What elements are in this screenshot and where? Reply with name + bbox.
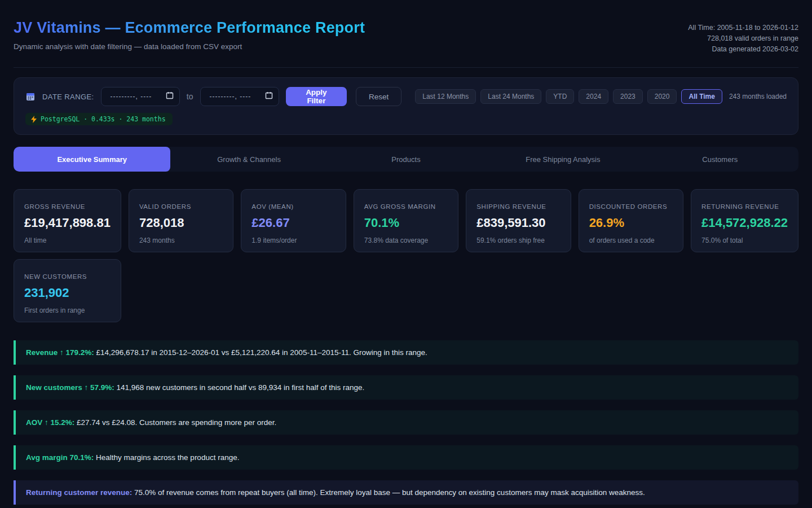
kpi-sub: 243 months <box>139 237 223 244</box>
insight-body: 141,968 new customers in second half vs … <box>114 383 365 392</box>
kpi-value: 728,018 <box>139 216 223 230</box>
meta-orders: 728,018 valid orders in range <box>688 33 798 44</box>
insight-revenue-growth: Revenue ↑ 179.2%: £14,296,678.17 in 2015… <box>14 340 798 365</box>
insight-text: AOV ↑ 15.2%: £27.74 vs £24.08. Customers… <box>26 418 276 427</box>
to-label: to <box>187 92 193 101</box>
insight-text: Avg margin 70.1%: Healthy margins across… <box>26 453 239 462</box>
reset-button[interactable]: Reset <box>356 87 401 106</box>
kpi-card-avg-gross-margin: AVG GROSS MARGIN 70.1% 73.8% data covera… <box>354 189 458 252</box>
kpi-label: AOV (MEAN) <box>251 203 335 210</box>
kpi-sub: 59.1% orders ship free <box>476 237 560 244</box>
insight-lead: AOV ↑ 15.2%: <box>26 418 74 427</box>
kpi-grid: GROSS REVENUE £19,417,898.81 All time VA… <box>14 189 798 322</box>
kpi-sub: 1.9 items/order <box>251 237 335 244</box>
filter-row: DATE RANGE: ---------, ---- to ---------… <box>25 87 787 106</box>
meta-range: All Time: 2005-11-18 to 2026-01-12 <box>688 23 798 33</box>
chip-last-24-months[interactable]: Last 24 Months <box>480 89 541 104</box>
tab-bar: Executive Summary Growth & Channels Prod… <box>14 147 798 172</box>
kpi-label: SHIPPING REVENUE <box>476 203 560 210</box>
insight-body: 75.0% of revenue comes from repeat buyer… <box>132 488 645 497</box>
insight-body: £14,296,678.17 in 2015-12–2026-01 vs £5,… <box>94 348 427 357</box>
insight-lead: New customers ↑ 57.9%: <box>26 383 114 392</box>
kpi-value: £26.67 <box>251 216 335 230</box>
report-header: JV Vitamins — Ecommerce Performance Repo… <box>14 0 798 68</box>
apply-filter-button[interactable]: Apply Filter <box>286 87 347 106</box>
page-title: JV Vitamins — Ecommerce Performance Repo… <box>14 19 365 37</box>
tab-products[interactable]: Products <box>328 147 484 172</box>
calendar-icon <box>25 91 36 102</box>
start-date-placeholder: ---------, ---- <box>111 93 152 100</box>
date-picker-icon[interactable] <box>166 91 174 102</box>
insight-body: £27.74 vs £24.08. Customers are spending… <box>74 418 276 427</box>
kpi-value: 231,902 <box>24 286 111 300</box>
chip-2024[interactable]: 2024 <box>579 89 608 104</box>
end-date-placeholder: ---------, ---- <box>210 93 251 100</box>
kpi-value: 70.1% <box>364 216 448 230</box>
kpi-sub: of orders used a code <box>589 237 673 244</box>
kpi-card-valid-orders: VALID ORDERS 728,018 243 months <box>129 189 233 252</box>
chip-2020[interactable]: 2020 <box>647 89 677 104</box>
end-date-input[interactable]: ---------, ---- <box>200 87 279 106</box>
kpi-sub: 75.0% of total <box>701 237 788 244</box>
header-titles: JV Vitamins — Ecommerce Performance Repo… <box>14 19 365 51</box>
kpi-card-aov-mean: AOV (MEAN) £26.67 1.9 items/order <box>241 189 346 252</box>
insight-lead: Returning customer revenue: <box>26 488 132 497</box>
kpi-value: £19,417,898.81 <box>24 216 111 230</box>
kpi-label: RETURNING REVENUE <box>701 203 788 210</box>
insight-lead: Avg margin 70.1%: <box>26 453 94 462</box>
insight-new-customers: New customers ↑ 57.9%: 141,968 new custo… <box>14 375 798 400</box>
date-picker-icon[interactable] <box>265 91 273 102</box>
meta-generated: Data generated 2026-03-02 <box>688 44 798 55</box>
insight-lead: Revenue ↑ 179.2%: <box>26 348 94 357</box>
months-loaded-text: 243 months loaded <box>729 93 787 100</box>
tab-executive-summary[interactable]: Executive Summary <box>14 147 170 172</box>
kpi-label: GROSS REVENUE <box>24 203 111 210</box>
insight-avg-margin: Avg margin 70.1%: Healthy margins across… <box>14 445 798 470</box>
db-status-badge: PostgreSQL · 0.433s · 243 months <box>25 113 173 125</box>
lightning-icon <box>31 116 37 123</box>
chip-ytd[interactable]: YTD <box>546 89 574 104</box>
kpi-value: £839,591.30 <box>476 216 560 230</box>
kpi-sub: 73.8% data coverage <box>364 237 448 244</box>
filter-panel: DATE RANGE: ---------, ---- to ---------… <box>14 77 798 135</box>
insight-text: Returning customer revenue: 75.0% of rev… <box>26 488 645 497</box>
kpi-value: £14,572,928.22 <box>701 216 788 230</box>
tab-customers[interactable]: Customers <box>642 147 798 172</box>
kpi-card-returning-revenue: RETURNING REVENUE £14,572,928.22 75.0% o… <box>691 189 798 252</box>
kpi-card-discounted-orders: DISCOUNTED ORDERS 26.9% of orders used a… <box>579 189 683 252</box>
insight-returning-revenue: Returning customer revenue: 75.0% of rev… <box>14 480 798 505</box>
insight-aov: AOV ↑ 15.2%: £27.74 vs £24.08. Customers… <box>14 410 798 435</box>
quick-filter-chips: Last 12 Months Last 24 Months YTD 2024 2… <box>415 89 722 104</box>
chip-2023[interactable]: 2023 <box>613 89 643 104</box>
kpi-label: NEW CUSTOMERS <box>24 273 111 280</box>
insight-body: Healthy margins across the product range… <box>94 453 239 462</box>
kpi-label: DISCOUNTED ORDERS <box>589 203 673 210</box>
kpi-card-shipping-revenue: SHIPPING REVENUE £839,591.30 59.1% order… <box>466 189 571 252</box>
header-meta: All Time: 2005-11-18 to 2026-01-12 728,0… <box>688 19 798 55</box>
insight-text: Revenue ↑ 179.2%: £14,296,678.17 in 2015… <box>26 348 427 357</box>
db-status-text: PostgreSQL · 0.433s · 243 months <box>41 115 166 123</box>
kpi-sub: First orders in range <box>24 306 111 314</box>
insight-text: New customers ↑ 57.9%: 141,968 new custo… <box>26 383 364 392</box>
tab-growth-channels[interactable]: Growth & Channels <box>170 147 327 172</box>
kpi-value: 26.9% <box>589 216 673 230</box>
tab-free-shipping-analysis[interactable]: Free Shipping Analysis <box>484 147 641 172</box>
page-subtitle: Dynamic analysis with date filtering — d… <box>14 42 365 51</box>
date-range-label: DATE RANGE: <box>42 93 94 101</box>
chip-all-time[interactable]: All Time <box>681 89 722 104</box>
insights-list: Revenue ↑ 179.2%: £14,296,678.17 in 2015… <box>14 340 798 505</box>
kpi-label: VALID ORDERS <box>139 203 223 210</box>
kpi-card-new-customers: NEW CUSTOMERS 231,902 First orders in ra… <box>14 259 121 322</box>
chip-last-12-months[interactable]: Last 12 Months <box>415 89 476 104</box>
start-date-input[interactable]: ---------, ---- <box>101 87 180 106</box>
kpi-label: AVG GROSS MARGIN <box>364 203 448 210</box>
kpi-card-gross-revenue: GROSS REVENUE £19,417,898.81 All time <box>14 189 121 252</box>
kpi-sub: All time <box>24 237 111 244</box>
